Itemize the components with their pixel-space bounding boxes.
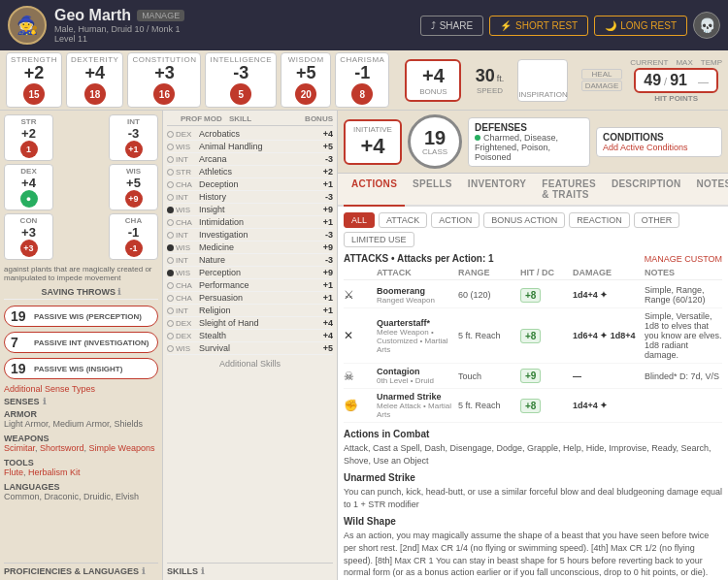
dexterity-stat[interactable]: DEXTERITY +4 18 — [66, 52, 123, 109]
cha-ability[interactable]: CHA -1 -1 — [109, 213, 158, 260]
hp-main[interactable]: 49 / 91 — — [634, 68, 718, 93]
skill-bonus: +9 — [314, 205, 333, 214]
filter-btn-limited-use[interactable]: LIMITED USE — [344, 232, 414, 247]
tab-actions[interactable]: ACTIONS — [344, 174, 405, 207]
dexterity-value: 18 — [84, 83, 106, 105]
skill-row[interactable]: STR Athletics +2 — [167, 166, 333, 178]
filter-btn-reaction[interactable]: REACTION — [569, 212, 630, 228]
skill-abbr: WIS — [176, 243, 197, 252]
skill-name: History — [199, 192, 312, 202]
attack-row[interactable]: ✕ Quarterstaff* Melee Weapon • Customize… — [344, 308, 722, 364]
attack-row[interactable]: ☠ Contagion 0th Level • Druid Touch +9 —… — [344, 364, 722, 389]
skill-row[interactable]: INT Nature -3 — [167, 254, 333, 267]
skill-bonus: +1 — [314, 217, 333, 227]
skill-row[interactable]: CHA Deception +1 — [167, 178, 333, 191]
attack-row[interactable]: ✊ Unarmed Strike Melee Attack • Martial … — [344, 389, 722, 423]
str-ability[interactable]: STR +2 1 — [4, 114, 53, 161]
attack-hit: +8 — [520, 401, 569, 411]
skill-row[interactable]: WIS Insight +9 — [167, 204, 333, 216]
attack-name-cell: Contagion 0th Level • Druid — [377, 367, 454, 385]
manage-custom-link[interactable]: MANAGE CUSTOM — [645, 254, 722, 264]
skill-abbr: WIS — [176, 269, 197, 277]
int-ability[interactable]: INT -3 +1 — [109, 114, 158, 161]
skill-row[interactable]: WIS Perception +9 — [167, 267, 333, 279]
tab-features---traits[interactable]: FEATURES & TRAITS — [534, 174, 604, 207]
short-rest-button[interactable]: ⚡ SHORT REST — [489, 16, 588, 36]
attack-icon: ⚔ — [344, 288, 373, 302]
skill-name: Stealth — [199, 331, 312, 340]
add-conditions-link[interactable]: Add Active Conditions — [603, 143, 715, 152]
skill-row[interactable]: INT History -3 — [167, 191, 333, 204]
inspiration-box[interactable]: INSPIRATION — [517, 59, 568, 102]
filter-btn-attack[interactable]: ATTACK — [379, 212, 427, 228]
skill-name: Insight — [199, 205, 312, 214]
additional-sense-types-link[interactable]: Additional Sense Types — [4, 384, 158, 394]
actions-header: ATTACKS • Attacks per Action: 1 MANAGE C… — [344, 253, 722, 264]
tab-inventory[interactable]: INVENTORY — [460, 174, 535, 207]
skills-footer-link[interactable]: SKILLS ℹ — [167, 563, 333, 576]
attack-row[interactable]: ⚔ Boomerang Ranged Weapon 60 (120) +8 1d… — [344, 282, 722, 308]
skill-row[interactable]: DEX Acrobatics +4 — [167, 128, 333, 141]
tab-description[interactable]: DESCRIPTION — [604, 174, 689, 207]
ability-scores: STR +2 1 INT -3 +1 DEX +4 ● WIS — [4, 114, 158, 260]
filter-btn-action[interactable]: ACTION — [431, 212, 480, 228]
top-actions: ⤴ SHARE ⚡ SHORT REST 🌙 LONG REST 💀 — [420, 12, 720, 39]
skill-row[interactable]: CHA Performance +1 — [167, 279, 333, 292]
filter-btn-all[interactable]: ALL — [344, 212, 375, 228]
attack-range: Touch — [458, 371, 516, 381]
skills-list: DEX Acrobatics +4 WIS Animal Handling +5… — [167, 128, 333, 355]
skill-row[interactable]: WIS Survival +5 — [167, 342, 333, 355]
skill-row[interactable]: WIS Animal Handling +5 — [167, 141, 333, 153]
long-rest-button[interactable]: 🌙 LONG REST — [594, 16, 687, 36]
charisma-stat[interactable]: CHARISMA -1 8 — [335, 52, 389, 109]
add-skills-link[interactable]: Additional Skills — [167, 359, 333, 369]
skill-row[interactable]: INT Arcana -3 — [167, 153, 333, 166]
dex-ability[interactable]: DEX +4 ● — [4, 164, 53, 210]
skill-abbr: WIS — [176, 143, 197, 151]
skills-info-icon: ℹ — [201, 566, 204, 576]
intelligence-stat[interactable]: INTELLIGENCE -3 5 — [205, 52, 277, 109]
skill-row[interactable]: INT Religion +1 — [167, 305, 333, 317]
skill-abbr: WIS — [176, 344, 197, 353]
skill-name: Animal Handling — [199, 142, 312, 151]
manage-button[interactable]: MANAGE — [137, 10, 184, 21]
skill-prof-dot — [167, 219, 174, 226]
skill-row[interactable]: INT Investigation -3 — [167, 229, 333, 242]
skill-abbr: DEX — [176, 130, 197, 139]
shortsword-link[interactable]: Shortsword — [40, 443, 84, 453]
tab-notes[interactable]: NOTES — [689, 174, 728, 207]
skill-abbr: INT — [176, 256, 197, 265]
attack-name-cell: Unarmed Strike Melee Attack • Martial Ar… — [377, 392, 454, 419]
skill-bonus: -3 — [314, 255, 333, 265]
senses-info-icon: ℹ — [43, 397, 46, 406]
skill-row[interactable]: DEX Stealth +4 — [167, 330, 333, 342]
tab-spells[interactable]: SPELLS — [405, 174, 460, 207]
filter-btn-other[interactable]: OTHER — [634, 212, 680, 228]
skill-abbr: CHA — [176, 218, 197, 227]
share-icon: ⤴ — [431, 20, 436, 31]
simple-weapons-link[interactable]: Simple Weapons — [89, 443, 155, 453]
constitution-stat[interactable]: CONSTITUTION +3 16 — [127, 52, 201, 109]
filter-btn-bonus-action[interactable]: BONUS ACTION — [483, 212, 565, 228]
skill-abbr: INT — [176, 306, 197, 315]
wisdom-value: 20 — [295, 83, 316, 105]
proficiencies-languages-link[interactable]: PROFICIENCIES & LANGUAGES ℹ — [4, 563, 158, 576]
skill-row[interactable]: CHA Intimidation +1 — [167, 216, 333, 229]
share-button[interactable]: ⤴ SHARE — [420, 16, 483, 36]
skill-row[interactable]: DEX Sleight of Hand +4 — [167, 317, 333, 330]
attack-icon: ✕ — [344, 329, 373, 342]
actions-area: ALLATTACKACTIONBONUS ACTIONREACTIONOTHER… — [338, 207, 728, 580]
skill-prof-dot — [167, 295, 174, 302]
skill-row[interactable]: CHA Persuasion +1 — [167, 292, 333, 305]
wisdom-stat[interactable]: WISDOM +5 20 — [281, 52, 331, 109]
skill-prof-dot — [167, 232, 174, 239]
flute-link[interactable]: Flute — [4, 467, 23, 477]
herbalism-link[interactable]: Herbalism Kit — [28, 467, 81, 477]
walking-box: 30 ft. SPEED — [465, 66, 513, 95]
scimitar-link[interactable]: Scimitar — [4, 443, 35, 453]
con-ability[interactable]: CON +3 +3 — [4, 213, 53, 260]
wild-shape-text: As an action, you may magically assume t… — [344, 530, 722, 578]
skill-row[interactable]: WIS Medicine +9 — [167, 242, 333, 254]
strength-stat[interactable]: STRENGTH +2 15 — [6, 52, 62, 109]
wis-ability[interactable]: WIS +5 +9 — [109, 164, 158, 210]
